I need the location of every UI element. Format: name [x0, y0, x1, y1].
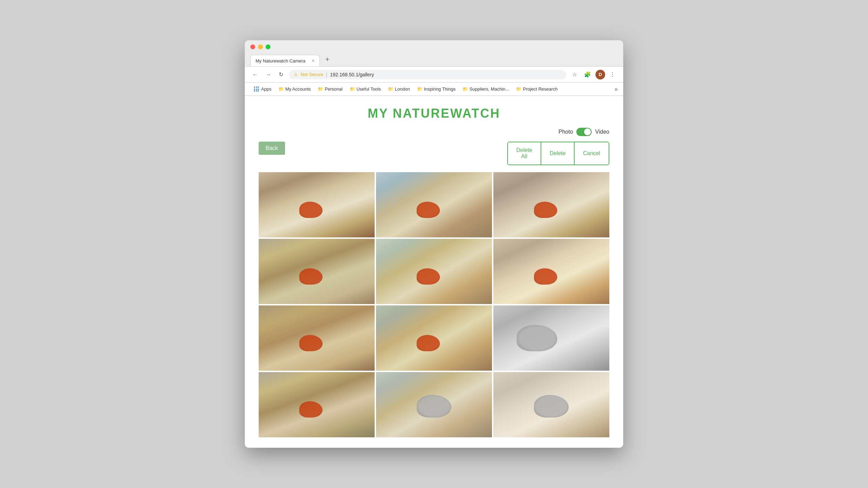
- bookmark-london-label: London: [395, 86, 410, 92]
- photo-item[interactable]: [259, 172, 375, 237]
- extensions-button[interactable]: 🧩: [582, 69, 593, 79]
- photo-item[interactable]: [376, 172, 492, 237]
- page-content: MY NATUREWATCH Photo Video Back DeleteAl…: [245, 96, 623, 448]
- bookmark-apps[interactable]: Apps: [250, 85, 274, 93]
- bookmark-project-research-label: Project Research: [523, 86, 558, 92]
- action-bar: Back DeleteAll Delete Cancel: [259, 142, 609, 165]
- bookmark-apps-label: Apps: [261, 86, 272, 92]
- tab-close-icon[interactable]: ×: [312, 58, 315, 64]
- url-bar[interactable]: ⚠ Not Secure | 192.168.50.1/gallery: [289, 70, 566, 79]
- bookmark-my-accounts-label: My Accounts: [285, 86, 311, 92]
- delete-button[interactable]: Delete: [541, 142, 575, 165]
- active-tab[interactable]: My Naturewatch Camera ×: [250, 55, 320, 66]
- url-text: 192.168.50.1/gallery: [330, 72, 374, 77]
- folder-icon: 📁: [318, 86, 323, 92]
- bookmark-useful-tools[interactable]: 📁 Useful Tools: [347, 85, 384, 93]
- photo-item[interactable]: [376, 239, 492, 304]
- photo-grid: [259, 172, 609, 437]
- photo-video-toggle: Photo Video: [559, 128, 609, 136]
- bookmark-star-button[interactable]: ☆: [570, 69, 579, 79]
- photo-item[interactable]: [376, 305, 492, 371]
- folder-icon: 📁: [350, 86, 355, 92]
- photo-item[interactable]: [493, 239, 609, 304]
- bookmarks-bar: Apps 📁 My Accounts 📁 Personal 📁 Useful T…: [245, 83, 623, 96]
- controls-bar: Photo Video: [259, 128, 609, 136]
- folder-icon: 📁: [516, 86, 521, 92]
- photo-item[interactable]: [259, 239, 375, 304]
- folder-icon: 📁: [462, 86, 468, 92]
- bookmark-useful-tools-label: Useful Tools: [357, 86, 381, 92]
- bookmark-suppliers-label: Suppliers, Machin...: [469, 86, 509, 92]
- bookmark-suppliers[interactable]: 📁 Suppliers, Machin...: [460, 85, 512, 93]
- browser-window: My Naturewatch Camera × + ← → ↻ ⚠ Not Se…: [245, 40, 623, 448]
- tab-title: My Naturewatch Camera: [256, 58, 306, 64]
- bookmark-inspiring-things-label: Inspiring Things: [424, 86, 456, 92]
- folder-icon: 📁: [278, 86, 284, 92]
- minimize-button[interactable]: [258, 44, 263, 49]
- forward-nav-button[interactable]: →: [264, 70, 273, 79]
- tabs-row: My Naturewatch Camera × +: [250, 53, 618, 66]
- avatar[interactable]: D: [595, 70, 605, 79]
- bookmarks-more-button[interactable]: »: [615, 86, 618, 92]
- photo-item[interactable]: [259, 372, 375, 437]
- photo-item[interactable]: [376, 372, 492, 437]
- photo-item[interactable]: [493, 172, 609, 237]
- toggle-switch[interactable]: [576, 128, 592, 136]
- bookmark-inspiring-things[interactable]: 📁 Inspiring Things: [414, 85, 459, 93]
- video-label: Video: [595, 129, 609, 135]
- title-bar: My Naturewatch Camera × +: [245, 40, 623, 67]
- page-title: MY NATUREWATCH: [259, 106, 609, 121]
- reload-button[interactable]: ↻: [277, 70, 285, 79]
- cancel-button[interactable]: Cancel: [575, 142, 609, 165]
- action-buttons: DeleteAll Delete Cancel: [507, 142, 609, 165]
- bookmark-my-accounts[interactable]: 📁 My Accounts: [276, 85, 314, 93]
- address-bar: ← → ↻ ⚠ Not Secure | 192.168.50.1/galler…: [245, 67, 623, 83]
- security-warning-text: Not Secure: [301, 72, 323, 77]
- traffic-lights: [250, 44, 618, 49]
- maximize-button[interactable]: [266, 44, 270, 49]
- toolbar-icons: ☆ 🧩 D ⋮: [570, 69, 618, 79]
- bookmark-london[interactable]: 📁 London: [385, 85, 412, 93]
- folder-icon: 📁: [388, 86, 393, 92]
- chrome-menu-button[interactable]: ⋮: [607, 69, 618, 79]
- toggle-knob: [584, 128, 591, 135]
- bookmark-personal-label: Personal: [325, 86, 342, 92]
- bookmark-personal[interactable]: 📁 Personal: [315, 85, 345, 93]
- folder-icon: 📁: [417, 86, 423, 92]
- new-tab-button[interactable]: +: [321, 53, 334, 66]
- url-separator: |: [326, 72, 327, 77]
- photo-item[interactable]: [493, 372, 609, 437]
- photo-item[interactable]: [259, 305, 375, 371]
- photo-item[interactable]: [493, 305, 609, 371]
- back-nav-button[interactable]: ←: [250, 70, 260, 79]
- delete-all-button[interactable]: DeleteAll: [508, 142, 541, 165]
- back-button[interactable]: Back: [259, 142, 285, 155]
- security-warning-icon: ⚠: [294, 72, 298, 77]
- close-button[interactable]: [250, 44, 255, 49]
- photo-label: Photo: [559, 129, 573, 135]
- bookmark-project-research[interactable]: 📁 Project Research: [513, 85, 560, 93]
- apps-grid-icon: [253, 86, 260, 92]
